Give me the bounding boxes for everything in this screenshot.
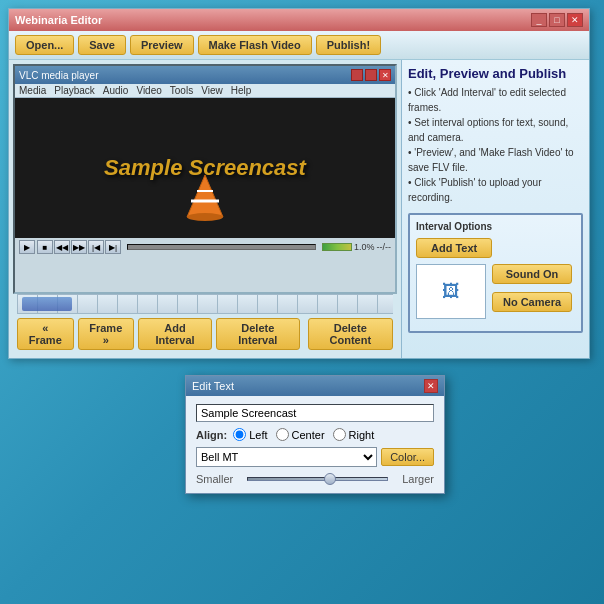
align-right-radio[interactable] xyxy=(333,428,346,441)
align-center-radio[interactable] xyxy=(276,428,289,441)
align-label: Align: xyxy=(196,429,227,441)
interval-options-title: Interval Options xyxy=(416,221,575,232)
align-right-option[interactable]: Right xyxy=(333,428,375,441)
vlc-title: VLC media player xyxy=(19,70,98,81)
video-panel: VLC media player ✕ Media Playback Audio … xyxy=(9,60,401,358)
current-time: 1.0% xyxy=(354,242,375,252)
svg-marker-0 xyxy=(187,175,223,217)
info-bullets: Click 'Add Interval' to edit selected fr… xyxy=(408,85,583,205)
frame-fwd[interactable]: ▶| xyxy=(105,240,121,254)
menu-view[interactable]: View xyxy=(201,85,223,96)
add-interval-button[interactable]: Add Interval xyxy=(138,318,212,350)
vlc-close[interactable]: ✕ xyxy=(379,69,391,81)
vlc-cone-icon xyxy=(185,171,225,223)
size-slider[interactable] xyxy=(247,477,388,481)
timeline-marker[interactable] xyxy=(22,297,72,311)
total-time: --/-- xyxy=(377,242,392,252)
vlc-menu-bar: Media Playback Audio Video Tools View He… xyxy=(15,84,395,98)
save-button[interactable]: Save xyxy=(78,35,126,55)
bottom-nav: « Frame Frame » Add Interval Delete Inte… xyxy=(13,314,397,354)
edit-text-dialog: Edit Text ✕ Align: Left Center Right xyxy=(185,375,445,494)
align-center-option[interactable]: Center xyxy=(276,428,325,441)
next-button[interactable]: ▶▶ xyxy=(71,240,87,254)
vlc-window: VLC media player ✕ Media Playback Audio … xyxy=(13,64,397,294)
main-content: VLC media player ✕ Media Playback Audio … xyxy=(9,60,589,358)
size-smaller-label: Smaller xyxy=(196,473,241,485)
delete-interval-button[interactable]: Delete Interval xyxy=(216,318,300,350)
svg-point-1 xyxy=(187,213,223,221)
text-input[interactable] xyxy=(196,404,434,422)
menu-playback[interactable]: Playback xyxy=(54,85,95,96)
close-button[interactable]: ✕ xyxy=(567,13,583,27)
thumbnail-area: 🖼 xyxy=(416,264,486,319)
menu-video[interactable]: Video xyxy=(136,85,161,96)
size-larger-label: Larger xyxy=(394,473,434,485)
align-row: Align: Left Center Right xyxy=(196,428,434,441)
info-title: Edit, Preview and Publish xyxy=(408,66,583,81)
align-right-label: Right xyxy=(349,429,375,441)
volume-area xyxy=(322,243,352,251)
dialog-title-bar: Edit Text ✕ xyxy=(186,376,444,396)
menu-audio[interactable]: Audio xyxy=(103,85,129,96)
bullet-1: Click 'Add Interval' to edit selected fr… xyxy=(408,85,583,115)
title-bar: Webinaria Editor _ □ ✕ xyxy=(9,9,589,31)
menu-media[interactable]: Media xyxy=(19,85,46,96)
menu-tools[interactable]: Tools xyxy=(170,85,193,96)
open-button[interactable]: Open... xyxy=(15,35,74,55)
main-window: Webinaria Editor _ □ ✕ Open... Save Prev… xyxy=(8,8,590,359)
info-panel: Edit, Preview and Publish Click 'Add Int… xyxy=(401,60,589,358)
vlc-maximize[interactable] xyxy=(365,69,377,81)
delete-content-button[interactable]: Delete Content xyxy=(308,318,393,350)
maximize-button[interactable]: □ xyxy=(549,13,565,27)
interval-options-box: Interval Options Add Text 🖼 Sound On No … xyxy=(408,213,583,333)
time-display: 1.0% --/-- xyxy=(354,242,391,252)
minimize-button[interactable]: _ xyxy=(531,13,547,27)
timeline-ticks xyxy=(17,295,393,313)
volume-bar[interactable] xyxy=(322,243,352,251)
vlc-title-bar: VLC media player ✕ xyxy=(15,66,395,84)
color-button[interactable]: Color... xyxy=(381,448,434,466)
bullet-2: Set interval options for text, sound, an… xyxy=(408,115,583,145)
publish-button[interactable]: Publish! xyxy=(316,35,381,55)
font-row: Bell MT Color... xyxy=(196,447,434,467)
frame-back[interactable]: |◀ xyxy=(88,240,104,254)
make-flash-button[interactable]: Make Flash Video xyxy=(198,35,312,55)
interval-controls: Sound On No Camera xyxy=(492,264,572,312)
add-text-button[interactable]: Add Text xyxy=(416,238,492,258)
toolbar: Open... Save Preview Make Flash Video Pu… xyxy=(9,31,589,60)
no-camera-button[interactable]: No Camera xyxy=(492,292,572,312)
vlc-screen: Sample Screencast xyxy=(15,98,395,238)
vlc-minimize[interactable] xyxy=(351,69,363,81)
preview-button[interactable]: Preview xyxy=(130,35,194,55)
prev-frame-button[interactable]: « Frame xyxy=(17,318,74,350)
align-left-radio[interactable] xyxy=(233,428,246,441)
align-left-label: Left xyxy=(249,429,267,441)
thumbnail-icon: 🖼 xyxy=(442,281,460,302)
size-row: Smaller Larger xyxy=(196,473,434,485)
align-center-label: Center xyxy=(292,429,325,441)
align-left-option[interactable]: Left xyxy=(233,428,267,441)
dialog-body: Align: Left Center Right Bell MT xyxy=(186,396,444,493)
bullet-4: Click 'Publish' to upload your recording… xyxy=(408,175,583,205)
dialog-title: Edit Text xyxy=(192,380,234,392)
size-slider-thumb[interactable] xyxy=(324,473,336,485)
dialog-close-button[interactable]: ✕ xyxy=(424,379,438,393)
progress-bar[interactable] xyxy=(127,244,316,250)
app-title: Webinaria Editor xyxy=(15,14,102,26)
timeline[interactable] xyxy=(17,294,393,314)
play-button[interactable]: ▶ xyxy=(19,240,35,254)
font-select[interactable]: Bell MT xyxy=(196,447,377,467)
title-bar-buttons: _ □ ✕ xyxy=(531,13,583,27)
prev-button[interactable]: ◀◀ xyxy=(54,240,70,254)
menu-help[interactable]: Help xyxy=(231,85,252,96)
next-frame-button[interactable]: Frame » xyxy=(78,318,135,350)
bullet-3: 'Preview', and 'Make Flash Video' to sav… xyxy=(408,145,583,175)
vlc-controls: ▶ ■ ◀◀ ▶▶ |◀ ▶| 1.0% --/-- xyxy=(15,238,395,256)
sound-on-button[interactable]: Sound On xyxy=(492,264,572,284)
interval-content: 🖼 Sound On No Camera xyxy=(416,264,575,325)
stop-button[interactable]: ■ xyxy=(37,240,53,254)
align-radio-group: Left Center Right xyxy=(233,428,374,441)
